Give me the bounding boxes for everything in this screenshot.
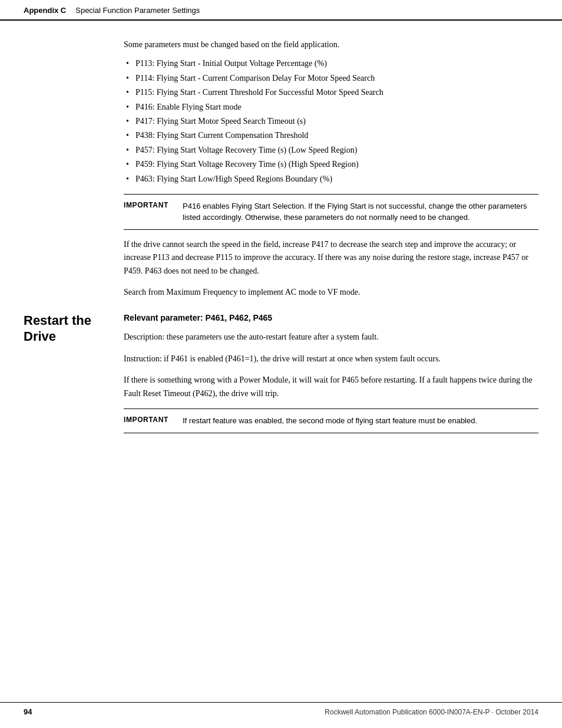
- list-item: P113: Flying Start - Initial Output Volt…: [124, 57, 538, 70]
- description-paragraph: Description: these parameters use the au…: [124, 331, 538, 344]
- page-container: Appendix C Special Function Parameter Se…: [0, 0, 562, 728]
- list-item: P416: Enable Flying Start mode: [124, 101, 538, 114]
- important-label-1: IMPORTANT: [124, 200, 183, 209]
- footer-publication: Rockwell Automation Publication 6000-IN0…: [325, 708, 538, 716]
- content-area: Some parameters must be changed based on…: [0, 21, 562, 307]
- body-paragraph-2: Search from Maximum Frequency to impleme…: [124, 286, 538, 299]
- list-item: P459: Flying Start Voltage Recovery Time…: [124, 158, 538, 171]
- instruction-1-paragraph: Instruction: if P461 is enabled (P461=1)…: [124, 353, 538, 365]
- list-item: P417: Flying Start Motor Speed Search Ti…: [124, 115, 538, 128]
- section-heading: Restart the Drive: [24, 313, 118, 344]
- important-box-2: IMPORTANT If restart feature was enabled…: [124, 409, 538, 433]
- restart-main: Relevant parameter: P461, P462, P465 Des…: [118, 313, 538, 441]
- body-paragraph-1: If the drive cannot search the speed in …: [124, 238, 538, 278]
- intro-paragraph: Some parameters must be changed based on…: [124, 38, 538, 51]
- left-sidebar: [24, 38, 118, 307]
- footer: 94 Rockwell Automation Publication 6000-…: [0, 702, 562, 716]
- list-item: P457: Flying Start Voltage Recovery Time…: [124, 144, 538, 157]
- list-item: P114: Flying Start - Current Comparison …: [124, 72, 538, 85]
- important-box-1: IMPORTANT P416 enables Flying Start Sele…: [124, 194, 538, 230]
- important-text-2: If restart feature was enabled, the seco…: [183, 415, 538, 427]
- restart-section: Restart the Drive Relevant parameter: P4…: [0, 313, 562, 441]
- header-appendix: Appendix C: [24, 6, 66, 15]
- important-text-1: P416 enables Flying Start Selection. If …: [183, 200, 538, 223]
- list-item: P438: Flying Start Current Compensation …: [124, 129, 538, 142]
- header-title: Special Function Parameter Settings: [75, 6, 200, 15]
- relevant-param: Relevant parameter: P461, P462, P465: [124, 313, 538, 322]
- list-item: P115: Flying Start - Current Threshold F…: [124, 86, 538, 99]
- bullet-list: P113: Flying Start - Initial Output Volt…: [124, 57, 538, 186]
- main-content: Some parameters must be changed based on…: [118, 38, 538, 307]
- instruction-2-paragraph: If there is something wrong with a Power…: [124, 374, 538, 400]
- header-bar: Appendix C Special Function Parameter Se…: [0, 0, 562, 21]
- footer-page-number: 94: [24, 707, 32, 716]
- list-item: P463: Flying Start Low/High Speed Region…: [124, 173, 538, 186]
- restart-left: Restart the Drive: [24, 313, 118, 441]
- important-label-2: IMPORTANT: [124, 415, 183, 424]
